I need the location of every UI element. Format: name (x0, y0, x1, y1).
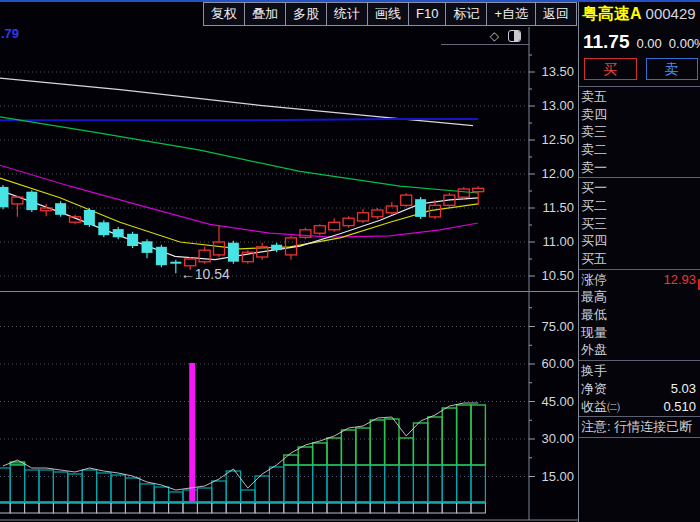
volume-bar-green (356, 428, 370, 465)
stock-code: 000429 (646, 5, 696, 22)
quote-row-买三: 买三 (579, 215, 700, 233)
toolbar-button-3[interactable]: 统计 (327, 3, 368, 25)
volume-bar-green (428, 417, 442, 465)
volume-bar-cyan (169, 492, 183, 502)
volume-strip-cell (370, 503, 384, 513)
volume-bar-green (471, 405, 485, 465)
candle-down (228, 243, 239, 262)
ma-value-label: .79 (1, 27, 19, 41)
candle-up (185, 259, 196, 266)
stock-title: 粤高速A000429 (582, 4, 696, 25)
volume-bar-cyan (125, 478, 139, 502)
buy-button[interactable]: 买 (584, 58, 637, 80)
volume-magenta-spike (189, 363, 195, 502)
volume-strip-cell (385, 503, 399, 513)
volume-bar-green (399, 438, 413, 465)
volume-strip-cell (154, 503, 168, 513)
volume-bar-green (298, 447, 312, 465)
ma-line-blue (0, 119, 478, 120)
price-change-percent: 0.00% (669, 36, 700, 51)
volume-strip-cell (356, 503, 370, 513)
volume-tick-label: 75.00 (541, 319, 574, 334)
volume-strip-cell (125, 503, 139, 513)
panel-divider (579, 177, 700, 178)
volume-strip-cell (169, 503, 183, 513)
volume-strip-cell (471, 503, 485, 513)
candle-up (473, 188, 484, 191)
volume-strip-cell (97, 503, 111, 513)
quote-row-买五: 买五 (579, 250, 700, 268)
toolbar-button-1[interactable]: 叠加 (245, 3, 286, 25)
candle-up (358, 213, 369, 221)
volume-strip-cell (68, 503, 82, 513)
volume-strip-cell (457, 503, 471, 513)
toolbar-button-8[interactable]: 返回 (536, 3, 576, 25)
toolbar-button-5[interactable]: F10 (409, 3, 446, 25)
volume-bar-cyan (255, 476, 269, 502)
volume-bar-cyan (356, 465, 370, 502)
volume-tick-label: 30.00 (541, 431, 574, 446)
volume-strip-cell (183, 503, 197, 513)
candle-down (127, 234, 138, 246)
quote-row-买二: 买二 (579, 197, 700, 215)
volume-strip-cell (413, 503, 427, 513)
candle-down (142, 241, 153, 253)
sell-button[interactable]: 卖 (646, 58, 699, 80)
quote-row-外盘: 外盘 (579, 342, 700, 360)
toolbar-button-0[interactable]: 复权 (204, 3, 245, 25)
volume-bar-cyan (399, 465, 413, 502)
volume-bar-cyan (313, 465, 327, 502)
toolbar-button-7[interactable]: +自选 (487, 3, 536, 25)
panel-divider (579, 86, 700, 87)
volume-strip-cell (241, 503, 255, 513)
panel-divider (579, 416, 700, 417)
quote-row-现量: 现量 (579, 324, 700, 342)
volume-strip-cell (111, 503, 125, 513)
volume-strip-cell (313, 503, 327, 513)
candle-down (170, 262, 181, 264)
quote-row-卖三: 卖三 (579, 123, 700, 141)
toolbar-button-2[interactable]: 多股 (286, 3, 327, 25)
quote-row-买四: 买四 (579, 233, 700, 251)
ma-line-green (0, 117, 478, 193)
volume-bar-green (341, 430, 355, 465)
price-tick-label: 11.50 (542, 200, 574, 215)
stock-name: 粤高速A (582, 5, 642, 22)
volume-strip-cell (298, 503, 312, 513)
volume-bar-cyan (284, 465, 298, 502)
volume-strip-cell (399, 503, 413, 513)
volume-bar-green (284, 455, 298, 465)
volume-strip-cell (0, 503, 10, 513)
candle-down (113, 229, 124, 237)
quote-row-最高: 最高 (579, 289, 700, 307)
volume-bar-cyan (269, 467, 283, 502)
volume-bar-cyan (140, 484, 154, 502)
volume-bar-cyan (341, 465, 355, 502)
volume-strip-cell (284, 503, 298, 513)
last-price: 11.75 (583, 31, 630, 53)
volume-tick-label: 15.00 (541, 469, 574, 484)
volume-strip-cell (140, 503, 154, 513)
volume-strip-cell (428, 503, 442, 513)
candle-up (458, 189, 469, 197)
volume-bar-cyan (298, 465, 312, 502)
volume-strip-cell (327, 503, 341, 513)
volume-bar-cyan (241, 490, 255, 502)
quote-row-净资: 净资5.03 (579, 380, 700, 398)
panel-divider (579, 269, 700, 270)
volume-bar-cyan (97, 473, 111, 502)
quote-row-收益㈡: 收益㈡0.510 (579, 398, 700, 416)
volume-bar-cyan (197, 488, 211, 502)
volume-bar-green (442, 408, 456, 465)
volume-bar-cyan (10, 464, 24, 502)
candle-down (0, 187, 9, 207)
volume-strip-cell (255, 503, 269, 513)
toolbar-button-6[interactable]: 标记 (446, 3, 487, 25)
candle-down (415, 199, 426, 217)
volume-bar-cyan (442, 465, 456, 502)
price-change: 0.00 (637, 36, 662, 51)
candle-down (26, 192, 37, 210)
quote-row-卖一: 卖一 (579, 159, 700, 177)
candle-down (271, 245, 282, 250)
toolbar-button-4[interactable]: 画线 (368, 3, 409, 25)
